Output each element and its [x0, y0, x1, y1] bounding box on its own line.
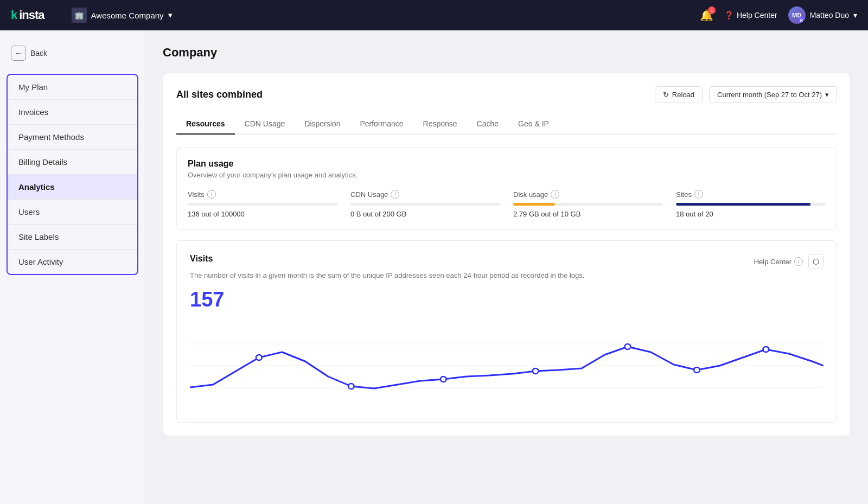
svg-point-6 [533, 368, 539, 374]
sites-bar [676, 203, 826, 206]
sidebar: ← Back My Plan Invoices Payment Methods … [0, 30, 145, 504]
disk-value: 2.79 GB out of 10 GB [513, 210, 663, 218]
sites-bar-fill [676, 203, 810, 206]
avatar: MD K [788, 7, 806, 24]
plan-usage-title: Plan usage [188, 159, 826, 169]
back-label: Back [30, 49, 47, 58]
sidebar-nav: My Plan Invoices Payment Methods Billing… [7, 74, 138, 275]
help-center-button[interactable]: ❓ Help Center [724, 11, 777, 20]
company-icon: 🏢 [72, 8, 87, 23]
visits-title: Visits [190, 254, 213, 264]
tab-cache[interactable]: Cache [467, 114, 508, 135]
tab-performance[interactable]: Performance [350, 114, 413, 135]
company-selector[interactable]: 🏢 Awesome Company ▾ [72, 8, 173, 23]
svg-point-5 [441, 377, 446, 382]
date-range-label: Current month (Sep 27 to Oct 27) [717, 91, 822, 99]
svg-point-7 [625, 344, 631, 349]
sidebar-item-my-plan[interactable]: My Plan [8, 75, 137, 100]
visits-help-center[interactable]: Help Center i [754, 257, 803, 266]
visits-help-icon: i [794, 257, 803, 266]
user-menu-button[interactable]: MD K Matteo Duo ▾ [788, 7, 857, 24]
sites-label: Sites i [676, 190, 826, 199]
notifications-button[interactable]: 🔔 1 [700, 9, 713, 22]
visits-label: Visits i [188, 190, 337, 199]
sites-value: 18 out of 20 [676, 210, 826, 218]
reload-icon: ↻ [663, 91, 669, 99]
date-chevron-icon: ▾ [825, 91, 829, 99]
sites-info-icon[interactable]: i [694, 190, 703, 199]
sidebar-item-analytics[interactable]: Analytics [8, 175, 137, 200]
main-content: Company All sites combined ↻ Reload Curr… [145, 30, 868, 504]
usage-disk: Disk usage i 2.79 GB out of 10 GB [513, 190, 663, 218]
page-title: Company [163, 46, 851, 60]
visits-count: 157 [190, 288, 824, 311]
company-name: Awesome Company [91, 11, 164, 20]
analytics-card: All sites combined ↻ Reload Current mont… [163, 73, 851, 436]
tab-cdn-usage[interactable]: CDN Usage [235, 114, 295, 135]
usage-grid: Visits i 136 out of 100000 CDN Usage i [188, 190, 826, 218]
card-actions: ↻ Reload Current month (Sep 27 to Oct 27… [655, 86, 837, 103]
tab-geo-ip[interactable]: Geo & IP [508, 114, 559, 135]
disk-info-icon[interactable]: i [551, 190, 559, 199]
tab-dispersion[interactable]: Dispersion [295, 114, 350, 135]
svg-point-8 [694, 367, 700, 373]
visits-description: The number of visits in a given month is… [190, 271, 824, 279]
topnav-right: 🔔 1 ❓ Help Center MD K Matteo Duo ▾ [700, 7, 857, 24]
usage-visits: Visits i 136 out of 100000 [188, 190, 337, 218]
disk-bar-fill [513, 203, 555, 206]
back-button[interactable]: ← Back [0, 41, 145, 65]
company-chevron-icon: ▾ [168, 10, 173, 20]
visits-header: Visits Help Center i ⬡ [190, 254, 824, 269]
sidebar-item-site-labels[interactable]: Site Labels [8, 225, 137, 250]
user-chevron-icon: ▾ [853, 11, 857, 20]
visits-chart-svg [190, 322, 824, 409]
sidebar-item-billing-details[interactable]: Billing Details [8, 150, 137, 175]
reload-label: Reload [672, 91, 694, 99]
svg-point-9 [763, 347, 769, 352]
visits-section: Visits Help Center i ⬡ The number of vis… [176, 240, 837, 423]
visits-bar [188, 203, 337, 206]
tab-response[interactable]: Response [413, 114, 467, 135]
reload-button[interactable]: ↻ Reload [655, 86, 703, 103]
date-range-button[interactable]: Current month (Sep 27 to Oct 27) ▾ [709, 86, 837, 103]
visits-actions: Help Center i ⬡ [754, 254, 824, 269]
tab-resources[interactable]: Resources [176, 114, 235, 135]
usage-cdn: CDN Usage i 0 B out of 200 GB [350, 190, 500, 218]
sidebar-item-users[interactable]: Users [8, 200, 137, 225]
user-name: Matteo Duo [810, 11, 849, 20]
svg-point-4 [348, 384, 354, 389]
help-icon: ❓ [724, 11, 733, 20]
sidebar-item-invoices[interactable]: Invoices [8, 100, 137, 125]
disk-label: Disk usage i [513, 190, 663, 199]
cdn-bar [350, 203, 500, 206]
visits-help-label: Help Center [754, 258, 792, 266]
sidebar-item-user-activity[interactable]: User Activity [8, 250, 137, 274]
svg-point-3 [256, 355, 262, 360]
sidebar-item-payment-methods[interactable]: Payment Methods [8, 125, 137, 150]
app-layout: ← Back My Plan Invoices Payment Methods … [0, 30, 868, 504]
card-topbar: All sites combined ↻ Reload Current mont… [176, 86, 837, 103]
analytics-tabs: Resources CDN Usage Dispersion Performan… [176, 114, 837, 135]
visits-value: 136 out of 100000 [188, 210, 337, 218]
export-icon: ⬡ [813, 257, 819, 266]
usage-sites: Sites i 18 out of 20 [676, 190, 826, 218]
visits-chart-line [190, 347, 824, 388]
visits-info-icon[interactable]: i [207, 190, 216, 199]
disk-bar [513, 203, 663, 206]
back-arrow-icon: ← [11, 46, 26, 61]
plan-usage-section: Plan usage Overview of your company's pl… [176, 148, 837, 229]
plan-usage-subtitle: Overview of your company's plan usage an… [188, 171, 826, 179]
all-sites-title: All sites combined [176, 89, 263, 100]
export-button[interactable]: ⬡ [808, 254, 824, 269]
notification-badge: 1 [708, 7, 716, 14]
cdn-value: 0 B out of 200 GB [350, 210, 500, 218]
topnav: kinsta 🏢 Awesome Company ▾ 🔔 1 ❓ Help Ce… [0, 0, 868, 30]
kinsta-logo[interactable]: kinsta [11, 8, 44, 22]
cdn-label: CDN Usage i [350, 190, 500, 199]
cdn-info-icon[interactable]: i [391, 190, 399, 199]
avatar-badge: K [798, 16, 806, 24]
visits-chart [190, 322, 824, 409]
help-label: Help Center [737, 11, 777, 20]
